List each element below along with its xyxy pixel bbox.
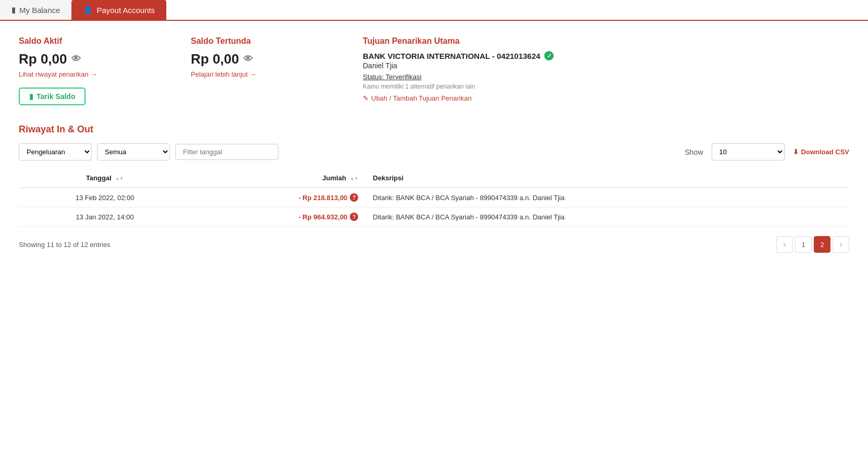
saldo-tertunda-block: Saldo Tertunda Rp 0,00 👁 Pelajari lebih … bbox=[191, 36, 363, 78]
ubah-tujuan-link[interactable]: ✎ Ubah / Tambah Tujuan Penarikan bbox=[363, 94, 849, 102]
tarik-saldo-label: Tarik Saldo bbox=[36, 92, 75, 101]
riwayat-title: Riwayat In & Out bbox=[19, 124, 849, 135]
page-2-button[interactable]: 2 bbox=[814, 236, 830, 253]
lihat-riwayat-link[interactable]: Lihat riwayat penarikan → bbox=[19, 70, 97, 78]
alt-text: Kamu memiliki 1 alternatif penarikan lai… bbox=[363, 83, 849, 90]
saldo-tertunda-amount: Rp 0,00 👁 bbox=[191, 51, 363, 67]
pagination: ‹ 1 2 › bbox=[776, 236, 849, 253]
cell-jumlah: - Rp 218.813,00? bbox=[191, 188, 365, 207]
pelajari-link[interactable]: Pelajari lebih lanjut → bbox=[191, 70, 256, 78]
tab-my-balance[interactable]: ▮ My Balance bbox=[0, 0, 71, 20]
tujuan-penarikan-block: Tujuan Penarikan Utama BANK VICTORIA INT… bbox=[363, 36, 849, 102]
info-circle-icon[interactable]: ? bbox=[350, 193, 358, 202]
filter-status-select[interactable]: Semua Sukses Gagal Pending bbox=[97, 143, 170, 161]
filter-row: Pengeluaran Pemasukan Semua Semua Sukses… bbox=[19, 143, 849, 161]
cell-tanggal: 13 Feb 2022, 02:00 bbox=[19, 188, 191, 207]
tab-payout-accounts[interactable]: 👤 Payout Accounts bbox=[71, 0, 166, 20]
download-csv-label: Download CSV bbox=[801, 148, 849, 156]
cell-tanggal: 13 Jan 2022, 14:00 bbox=[19, 207, 191, 227]
filter-date-input[interactable] bbox=[175, 144, 278, 160]
saldo-aktif-label: Saldo Aktif bbox=[19, 36, 191, 46]
wallet-small-icon: ▮ bbox=[29, 92, 33, 101]
wallet-icon: ▮ bbox=[11, 5, 16, 15]
cell-jumlah: - Rp 964.932,00? bbox=[191, 207, 365, 227]
saldo-tertunda-value: Rp 0,00 bbox=[191, 51, 239, 67]
table-body: 13 Feb 2022, 02:00- Rp 218.813,00?Ditari… bbox=[19, 188, 849, 227]
download-csv-button[interactable]: ⬇ Download CSV bbox=[793, 148, 849, 156]
filter-type-select[interactable]: Pengeluaran Pemasukan Semua bbox=[19, 143, 92, 161]
tabs-bar: ▮ My Balance 👤 Payout Accounts bbox=[0, 0, 868, 21]
tujuan-penarikan-label: Tujuan Penarikan Utama bbox=[363, 36, 849, 46]
riwayat-table: Tanggal ▲▼ Jumlah ▲▼ Deksripsi 13 Feb 20… bbox=[19, 169, 849, 227]
col-tanggal: Tanggal ▲▼ bbox=[19, 169, 191, 188]
sort-tanggal-icon[interactable]: ▲▼ bbox=[115, 177, 124, 181]
saldo-aktif-block: Saldo Aktif Rp 0,00 👁 Lihat riwayat pena… bbox=[19, 36, 191, 105]
next-page-button[interactable]: › bbox=[833, 236, 849, 253]
edit-icon: ✎ bbox=[363, 94, 369, 102]
saldo-aktif-value: Rp 0,00 bbox=[19, 51, 67, 67]
riwayat-section: Riwayat In & Out Pengeluaran Pemasukan S… bbox=[19, 124, 849, 253]
status-link[interactable]: Status: Terverifikasi bbox=[363, 73, 421, 81]
bank-name-text: BANK VICTORIA INTERNATIONAL - 0421013624 bbox=[363, 52, 540, 60]
bank-name: BANK VICTORIA INTERNATIONAL - 0421013624… bbox=[363, 51, 849, 60]
show-label: Show bbox=[685, 148, 703, 156]
user-icon: 👤 bbox=[83, 5, 93, 15]
info-row: Saldo Aktif Rp 0,00 👁 Lihat riwayat pena… bbox=[19, 36, 849, 105]
tab-my-balance-label: My Balance bbox=[19, 6, 60, 15]
pagination-row: Showing 11 to 12 of 12 entries ‹ 1 2 › bbox=[19, 236, 849, 253]
table-row: 13 Jan 2022, 14:00- Rp 964.932,00?Ditari… bbox=[19, 207, 849, 227]
owner-name: Daniel Tjia bbox=[363, 61, 849, 70]
download-icon: ⬇ bbox=[793, 148, 799, 156]
tab-payout-accounts-label: Payout Accounts bbox=[96, 6, 155, 15]
saldo-tertunda-eye-icon[interactable]: 👁 bbox=[243, 54, 253, 65]
saldo-aktif-eye-icon[interactable]: 👁 bbox=[71, 54, 81, 65]
table-header-row: Tanggal ▲▼ Jumlah ▲▼ Deksripsi bbox=[19, 169, 849, 188]
verified-icon: ✓ bbox=[544, 51, 554, 60]
tarik-saldo-button[interactable]: ▮ Tarik Saldo bbox=[19, 88, 85, 105]
show-select[interactable]: 10 25 50 100 bbox=[712, 143, 785, 161]
table-row: 13 Feb 2022, 02:00- Rp 218.813,00?Ditari… bbox=[19, 188, 849, 207]
col-deskripsi: Deksripsi bbox=[365, 169, 849, 188]
filter-right: Show 10 25 50 100 ⬇ Download CSV bbox=[685, 143, 849, 161]
amount-value: - Rp 964.932,00 bbox=[298, 213, 347, 221]
sort-jumlah-icon[interactable]: ▲▼ bbox=[350, 177, 359, 181]
col-jumlah: Jumlah ▲▼ bbox=[191, 169, 365, 188]
saldo-tertunda-label: Saldo Tertunda bbox=[191, 36, 363, 46]
prev-page-button[interactable]: ‹ bbox=[776, 236, 793, 253]
saldo-aktif-amount: Rp 0,00 👁 bbox=[19, 51, 191, 67]
showing-text: Showing 11 to 12 of 12 entries bbox=[19, 241, 111, 249]
page-1-button[interactable]: 1 bbox=[795, 236, 812, 253]
cell-deskripsi: Ditarik: BANK BCA / BCA Syariah - 899047… bbox=[365, 188, 849, 207]
main-content: Saldo Aktif Rp 0,00 👁 Lihat riwayat pena… bbox=[0, 21, 868, 268]
ubah-label: Ubah / Tambah Tujuan Penarikan bbox=[371, 94, 472, 102]
info-circle-icon[interactable]: ? bbox=[350, 213, 358, 221]
cell-deskripsi: Ditarik: BANK BCA / BCA Syariah - 899047… bbox=[365, 207, 849, 227]
amount-value: - Rp 218.813,00 bbox=[298, 194, 347, 202]
